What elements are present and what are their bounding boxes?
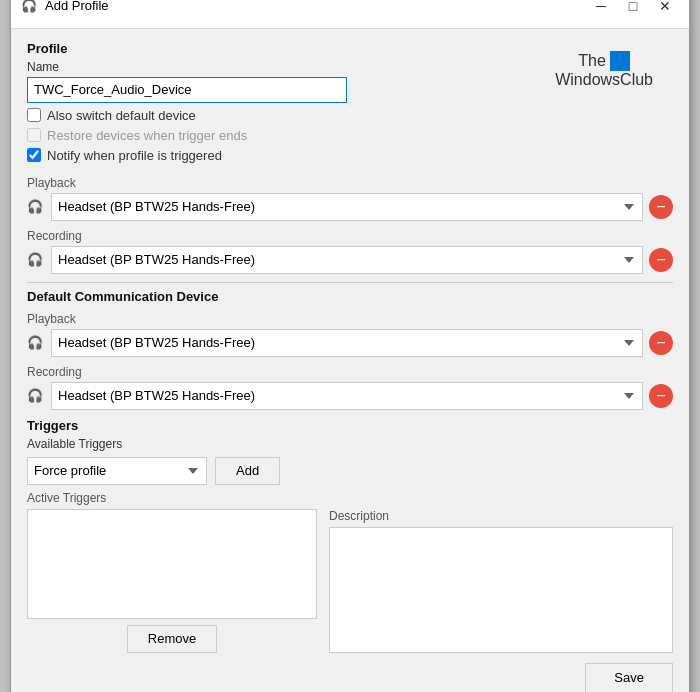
- also-switch-checkbox[interactable]: [27, 108, 41, 122]
- description-col: Description: [329, 509, 673, 653]
- save-row: Save: [27, 663, 673, 693]
- default-comm-playback-remove-button[interactable]: −: [649, 331, 673, 355]
- notify-checkbox[interactable]: [27, 148, 41, 162]
- available-triggers-label: Available Triggers: [27, 437, 673, 451]
- window-icon: 🎧: [21, 0, 37, 14]
- playback-headset-icon: 🎧: [27, 199, 43, 214]
- trigger-select[interactable]: Force profileDevice connectedDevice disc…: [27, 457, 207, 485]
- description-textarea[interactable]: [329, 527, 673, 653]
- recording-dropdown-row: 🎧 Headset (BP BTW25 Hands-Free) −: [27, 246, 673, 274]
- default-comm-playback-label: Playback: [27, 312, 673, 326]
- default-comm-section: Default Communication Device Playback 🎧 …: [27, 282, 673, 410]
- restore-devices-label: Restore devices when trigger ends: [47, 128, 247, 143]
- playback-remove-button[interactable]: −: [649, 195, 673, 219]
- recording-label: Recording: [27, 229, 673, 243]
- default-comm-recording-remove-button[interactable]: −: [649, 384, 673, 408]
- profile-name-input[interactable]: [27, 77, 347, 103]
- dialog-content: Profile Name Also switch default device …: [11, 29, 689, 693]
- default-comm-recording-select[interactable]: Headset (BP BTW25 Hands-Free): [51, 382, 643, 410]
- default-comm-label: Default Communication Device: [27, 289, 673, 304]
- active-triggers-col: Remove: [27, 509, 317, 653]
- logo-square: [610, 51, 630, 71]
- title-bar-controls: ─ □ ✕: [585, 0, 681, 20]
- description-label: Description: [329, 509, 673, 523]
- default-comm-recording-row: 🎧 Headset (BP BTW25 Hands-Free) −: [27, 382, 673, 410]
- logo-area: The WindowsClub: [555, 51, 653, 89]
- bottom-row: Remove Description: [27, 509, 673, 653]
- recording-select[interactable]: Headset (BP BTW25 Hands-Free): [51, 246, 643, 274]
- active-triggers-listbox[interactable]: [27, 509, 317, 619]
- default-comm-playback-select[interactable]: Headset (BP BTW25 Hands-Free): [51, 329, 643, 357]
- name-field-label: Name: [27, 60, 555, 74]
- maximize-button[interactable]: □: [617, 0, 649, 20]
- default-comm-recording-label: Recording: [27, 365, 673, 379]
- restore-devices-checkbox: [27, 128, 41, 142]
- save-button[interactable]: Save: [585, 663, 673, 693]
- remove-btn-row: Remove: [27, 625, 317, 653]
- default-comm-recording-icon: 🎧: [27, 388, 43, 403]
- active-triggers-label: Active Triggers: [27, 491, 673, 505]
- title-bar: 🎧 Add Profile ─ □ ✕: [11, 0, 689, 29]
- triggers-label: Triggers: [27, 418, 673, 433]
- window-title: Add Profile: [45, 0, 577, 13]
- playback-select[interactable]: Headset (BP BTW25 Hands-Free): [51, 193, 643, 221]
- profile-left: Profile Name Also switch default device …: [27, 41, 555, 168]
- default-comm-playback-icon: 🎧: [27, 335, 43, 350]
- logo-the-text: The: [578, 52, 606, 70]
- main-window: 🎧 Add Profile ─ □ ✕ Profile Name Also sw…: [10, 0, 690, 692]
- triggers-section: Triggers Available Triggers Force profil…: [27, 418, 673, 653]
- restore-devices-row: Restore devices when trigger ends: [27, 128, 555, 143]
- also-switch-label: Also switch default device: [47, 108, 196, 123]
- playback-dropdown-row: 🎧 Headset (BP BTW25 Hands-Free) −: [27, 193, 673, 221]
- remove-trigger-button[interactable]: Remove: [127, 625, 217, 653]
- playback-label: Playback: [27, 176, 673, 190]
- add-trigger-button[interactable]: Add: [215, 457, 280, 485]
- notify-row: Notify when profile is triggered: [27, 148, 555, 163]
- default-comm-playback-row: 🎧 Headset (BP BTW25 Hands-Free) −: [27, 329, 673, 357]
- recording-headset-icon: 🎧: [27, 252, 43, 267]
- close-button[interactable]: ✕: [649, 0, 681, 20]
- logo-wc-text: WindowsClub: [555, 71, 653, 89]
- profile-section-label: Profile: [27, 41, 555, 56]
- minimize-button[interactable]: ─: [585, 0, 617, 20]
- recording-remove-button[interactable]: −: [649, 248, 673, 272]
- profile-header-row: Profile Name Also switch default device …: [27, 41, 673, 168]
- also-switch-row: Also switch default device: [27, 108, 555, 123]
- notify-label: Notify when profile is triggered: [47, 148, 222, 163]
- available-triggers-row: Force profileDevice connectedDevice disc…: [27, 457, 673, 485]
